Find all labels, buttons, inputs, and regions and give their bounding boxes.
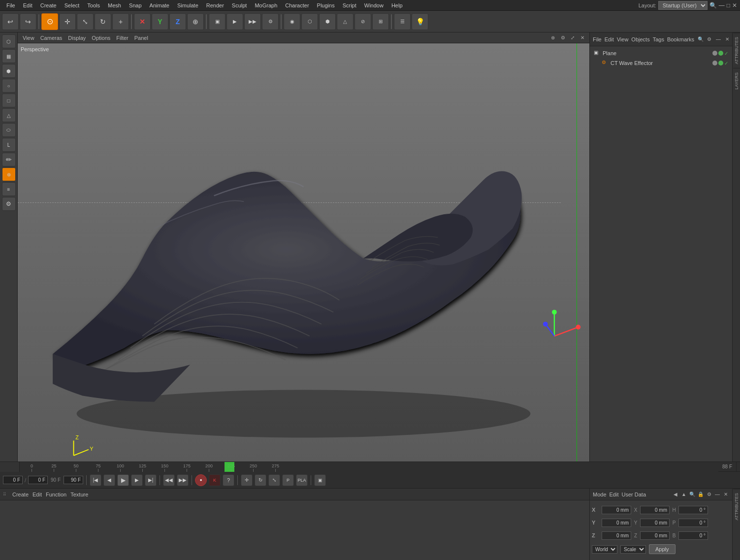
viewport-3d[interactable]: Perspective xyxy=(18,43,589,461)
move-tool-button[interactable]: ✛ xyxy=(59,13,76,30)
menu-help[interactable]: Help xyxy=(388,1,406,9)
menu-sculpt[interactable]: Sculpt xyxy=(228,1,251,9)
attr-z-pos-input[interactable] xyxy=(602,531,631,540)
apply-button[interactable]: Apply xyxy=(649,544,676,554)
vp-menu-cameras[interactable]: Cameras xyxy=(38,35,64,41)
menu-script[interactable]: Script xyxy=(339,1,360,9)
pos-key-button[interactable]: ✛ xyxy=(241,474,253,486)
menu-mesh[interactable]: Mesh xyxy=(104,1,125,9)
grid-button[interactable]: ⊞ xyxy=(372,13,389,30)
vp-menu-options[interactable]: Options xyxy=(90,35,112,41)
vp-settings-icon[interactable]: ⚙ xyxy=(559,34,567,42)
vp-menu-filter[interactable]: Filter xyxy=(114,35,130,41)
menu-simulate[interactable]: Simulate xyxy=(174,1,202,9)
transform-tool-button[interactable]: + xyxy=(112,13,129,30)
rot-key-button[interactable]: ↻ xyxy=(255,474,266,486)
menu-file[interactable]: File xyxy=(3,1,19,9)
step-fwd-button[interactable]: ▶ xyxy=(131,474,143,486)
attr-close-icon[interactable]: ✕ xyxy=(722,491,729,498)
prev-key-button[interactable]: ◀◀ xyxy=(163,474,175,486)
close-icon[interactable]: ✕ xyxy=(732,2,737,9)
layer-button[interactable]: ☰ xyxy=(394,13,411,30)
poly-edge-button[interactable]: ⬡ xyxy=(301,13,318,30)
menu-character[interactable]: Character xyxy=(282,1,312,9)
render-all-button[interactable]: ▶▶ xyxy=(244,13,261,30)
vp-menu-view[interactable]: View xyxy=(21,35,36,41)
obj-menu-view[interactable]: View xyxy=(617,36,629,42)
vp-fullscreen-icon[interactable]: ⤢ xyxy=(569,34,577,42)
render-settings-button[interactable]: ⚙ xyxy=(262,13,279,30)
tab-layers[interactable]: LAYERS xyxy=(733,68,740,94)
param-key-button[interactable]: P xyxy=(282,474,294,486)
menu-mograph[interactable]: MoGraph xyxy=(251,1,281,9)
play-button[interactable]: ▶ xyxy=(117,474,129,486)
rotate-tool-button[interactable]: ↻ xyxy=(95,13,111,30)
shader-menu-function[interactable]: Function xyxy=(46,492,66,497)
vp-menu-panel[interactable]: Panel xyxy=(132,35,150,41)
menu-animate[interactable]: Animate xyxy=(146,1,173,9)
plane-check[interactable]: ✓ xyxy=(724,51,728,56)
hex-btn[interactable]: ⬢ xyxy=(2,64,16,78)
auto-key-button[interactable]: K xyxy=(209,474,221,486)
attr-z-rot-input[interactable] xyxy=(640,531,670,540)
object-row-plane[interactable]: ▣ Plane ✓ xyxy=(590,48,732,58)
world-coord-button[interactable]: ⊕ xyxy=(187,13,204,30)
obj-close-icon[interactable]: ✕ xyxy=(724,36,731,43)
attr-scale-select[interactable]: Scale xyxy=(620,545,646,554)
obj-menu-edit[interactable]: Edit xyxy=(605,36,614,42)
light-button[interactable]: 💡 xyxy=(412,13,428,30)
record-button[interactable]: ● xyxy=(195,474,207,486)
undo-button[interactable]: ↩ xyxy=(2,13,19,30)
attr-menu-mode[interactable]: Mode xyxy=(593,492,607,497)
knife-tool-button[interactable]: ⊘ xyxy=(354,13,371,30)
frame-counter[interactable] xyxy=(28,476,48,484)
attr-nav-up-icon[interactable]: ▲ xyxy=(680,491,687,498)
attr-lock-icon[interactable]: 🔒 xyxy=(697,491,704,498)
menu-tools[interactable]: Tools xyxy=(84,1,103,9)
box-btn[interactable]: □ xyxy=(2,94,16,107)
attr-search-icon[interactable]: 🔍 xyxy=(689,491,696,498)
cone-btn[interactable]: △ xyxy=(2,108,16,122)
plane-dot-1[interactable] xyxy=(712,51,717,56)
obj-menu-tags[interactable]: Tags xyxy=(653,36,664,42)
attr-x-pos-input[interactable] xyxy=(602,506,631,514)
checker-btn[interactable]: ▦ xyxy=(2,49,16,63)
tab-attributes[interactable]: ATTRIBUTES xyxy=(733,33,740,68)
paint-btn[interactable]: ✏ xyxy=(2,153,16,166)
menu-window[interactable]: Window xyxy=(361,1,387,9)
scale-key-button[interactable]: ⤡ xyxy=(268,474,280,486)
l-shape-btn[interactable]: L xyxy=(2,138,16,152)
shader-menu-texture[interactable]: Texture xyxy=(70,492,88,497)
y-axis-button[interactable]: Y xyxy=(152,13,168,30)
attr-nav-left-icon[interactable]: ◀ xyxy=(672,491,679,498)
plane-dot-2[interactable] xyxy=(718,51,723,56)
shader-menu-create[interactable]: Create xyxy=(12,492,29,497)
timeline-ruler[interactable]: 0 25 50 75 100 125 150 175 200 225 250 2… xyxy=(20,462,718,472)
attr-x-rot-input[interactable] xyxy=(640,506,670,514)
attr-b-rot-input[interactable] xyxy=(678,531,708,540)
sphere-btn[interactable]: ○ xyxy=(2,79,16,93)
menu-select[interactable]: Select xyxy=(61,1,83,9)
wave-effector-dot-1[interactable] xyxy=(712,61,717,66)
attr-menu-userdata[interactable]: User Data xyxy=(622,492,646,497)
wave-effector-check[interactable]: ✓ xyxy=(724,61,728,66)
step-back-button[interactable]: ◀ xyxy=(103,474,115,486)
menu-edit[interactable]: Edit xyxy=(20,1,36,9)
attr-minimize-icon[interactable]: — xyxy=(714,491,721,498)
search-icon[interactable]: 🔍 xyxy=(709,2,717,9)
render-region-button[interactable]: ▣ xyxy=(209,13,225,30)
select-tool-button[interactable]: ⊙ xyxy=(41,13,58,30)
attr-y-pos-input[interactable] xyxy=(602,519,631,527)
attr-y-rot-input[interactable] xyxy=(640,519,670,527)
wave-effector-dot-2[interactable] xyxy=(718,61,723,66)
poly-face-button[interactable]: ⬢ xyxy=(319,13,336,30)
motion-recorder-button[interactable]: ▣ xyxy=(314,474,326,486)
pla-key-button[interactable]: PLA xyxy=(296,474,308,486)
deform-btn[interactable]: ⚙ xyxy=(2,197,16,211)
attr-menu-edit[interactable]: Edit xyxy=(610,492,619,497)
goto-end-button[interactable]: ▶| xyxy=(145,474,157,486)
attr-h-rot-input[interactable] xyxy=(678,506,708,514)
next-key-button[interactable]: ▶▶ xyxy=(177,474,189,486)
x-axis-button[interactable]: ✕ xyxy=(134,13,151,30)
menu-create[interactable]: Create xyxy=(37,1,60,9)
